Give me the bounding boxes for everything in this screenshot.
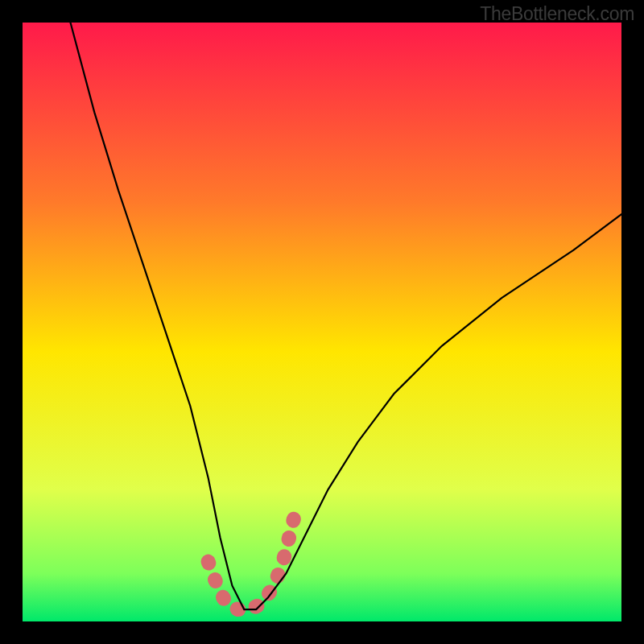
gradient-background bbox=[23, 23, 621, 621]
attribution-text: TheBottleneck.com bbox=[480, 3, 634, 25]
chart-frame bbox=[23, 23, 621, 621]
bottleneck-chart bbox=[23, 23, 621, 621]
